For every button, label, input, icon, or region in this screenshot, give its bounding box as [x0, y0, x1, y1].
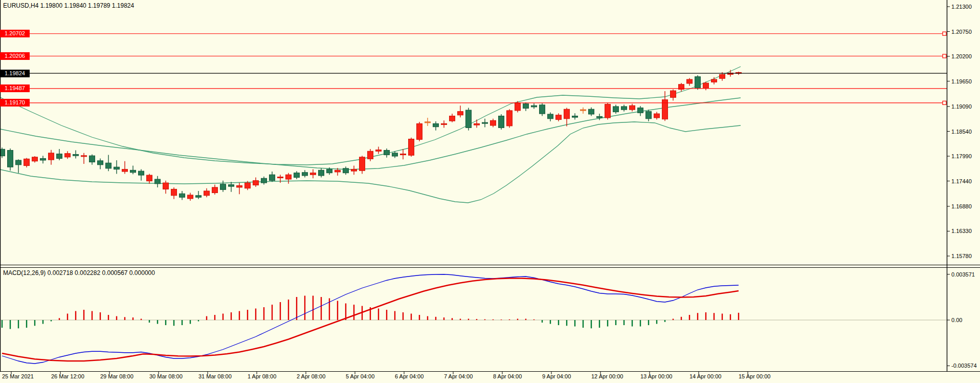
candle-body-bull — [57, 154, 62, 159]
candle-body-bull — [16, 160, 21, 165]
candle-body-bull — [73, 154, 79, 156]
candle-body-bear — [278, 177, 283, 178]
candle-body-bear — [711, 79, 717, 82]
candle-body-bull — [8, 151, 13, 167]
candle-body-bear — [245, 183, 251, 188]
sr-price-badge[interactable]: 1.20206 — [0, 52, 30, 60]
candle-body-bear — [212, 187, 218, 193]
candle-body-bull — [180, 194, 185, 197]
time-tick-label: 2 Apr 08:00 — [297, 373, 325, 379]
time-tick-label: 25 Mar 2021 — [2, 373, 34, 379]
line-handle-icon[interactable] — [943, 54, 946, 58]
candle-body-bull — [523, 104, 529, 109]
candle-body-bear — [720, 74, 725, 78]
candle-body-bull — [638, 108, 643, 113]
candle-body-bull — [613, 107, 619, 112]
candle-body-bear — [147, 175, 152, 181]
candle-body-bull — [106, 163, 112, 168]
candle-body-bull — [139, 171, 144, 175]
candle-body-bull — [646, 112, 652, 119]
candle-body-bear — [654, 114, 660, 118]
macd-tick-label: -0.003574 — [951, 363, 977, 369]
candle-body-bear — [237, 185, 242, 187]
candle-body-bull — [90, 156, 95, 162]
time-tick-label: 15 Apr 00:00 — [739, 373, 770, 379]
symbol-ohlc-header: EURUSD,H4 1.19800 1.19840 1.19789 1.1982… — [3, 2, 134, 9]
candle-body-bear — [163, 183, 169, 189]
candle-body-bear — [310, 173, 316, 175]
sr-price-badge[interactable]: 1.19487 — [0, 84, 30, 92]
candle-body-bull — [499, 116, 504, 128]
line-handle-icon[interactable] — [943, 101, 946, 104]
candle-body-bear — [441, 123, 447, 124]
candle-body-bear — [204, 191, 210, 196]
candle-body-bear — [81, 156, 87, 157]
candle-body-bull — [540, 105, 545, 114]
macd-tick-label: 0.003571 — [951, 271, 975, 278]
candle-body-bull — [114, 167, 120, 169]
candle-body-bull — [695, 77, 701, 88]
candle-body-bear — [581, 110, 586, 111]
candle-body-bull — [294, 173, 300, 178]
candle-body-bull — [548, 114, 553, 119]
candle-body-bear — [400, 154, 406, 155]
candle-body-bear — [450, 116, 455, 121]
candlestick-chart-svg[interactable] — [0, 0, 980, 383]
candle-body-bull — [531, 105, 537, 107]
candle-body-bear — [376, 150, 382, 152]
price-tick-label: 1.21300 — [951, 4, 972, 10]
candle-body-bear — [507, 111, 513, 126]
candle-body-bull — [98, 161, 103, 165]
candle-body-bear — [491, 120, 496, 125]
candle-body-bear — [171, 189, 177, 195]
time-tick-label: 26 Mar 12:00 — [51, 373, 84, 379]
candle-body-bull — [0, 149, 5, 156]
trading-chart-window: EURUSD,H4 1.19800 1.19840 1.19789 1.1982… — [0, 0, 980, 383]
candle-body-bear — [671, 91, 676, 97]
candle-body-bull — [40, 158, 46, 160]
price-tick-label: 1.20200 — [951, 53, 972, 60]
time-tick-label: 30 Mar 08:00 — [149, 373, 183, 379]
candle-body-bull — [392, 153, 398, 156]
time-tick-label: 1 Apr 08:00 — [248, 373, 276, 379]
candle-body-bear — [417, 124, 422, 140]
candle-body-bear — [253, 181, 259, 185]
candle-body-bull — [319, 170, 324, 176]
candle-body-bear — [605, 104, 611, 118]
candle-body-bear — [409, 139, 414, 155]
sr-price-badge[interactable]: 1.20702 — [0, 30, 30, 37]
candle-body-bear — [703, 83, 709, 88]
time-tick-label: 6 Apr 04:00 — [395, 373, 424, 379]
candle-body-bear — [474, 124, 480, 125]
candle-body-bear — [425, 122, 431, 123]
candle-body-bull — [220, 184, 226, 190]
candle-body-bear — [24, 159, 30, 165]
time-tick-label: 31 Mar 08:00 — [198, 373, 232, 379]
current-price-badge[interactable]: 1.19824 — [0, 70, 30, 77]
candle-body-bull — [229, 185, 234, 187]
candle-body-bull — [466, 110, 472, 127]
candle-body-bull — [155, 179, 161, 184]
candle-body-bull — [482, 122, 488, 123]
chart-background — [0, 0, 980, 383]
sr-price-badge[interactable]: 1.19170 — [0, 99, 30, 107]
candle-body-bear — [335, 170, 341, 172]
candle-body-bull — [343, 168, 349, 173]
price-tick-label: 1.20750 — [951, 29, 972, 35]
time-tick-label: 9 Apr 04:00 — [542, 373, 571, 379]
candle-body-bear — [351, 169, 357, 172]
candle-body-bear — [458, 112, 463, 115]
candle-body-bull — [597, 116, 603, 118]
price-tick-label: 1.19090 — [951, 103, 972, 110]
candle-body-bear — [49, 153, 54, 160]
candle-body-bull — [433, 124, 439, 127]
candle-body-bull — [196, 196, 202, 198]
macd-tick-label: 0.00 — [951, 317, 962, 324]
line-handle-icon[interactable] — [943, 32, 946, 35]
candle-body-bull — [261, 178, 267, 183]
candle-body-bull — [270, 175, 275, 180]
candle-body-bear — [286, 175, 292, 179]
time-tick-label: 8 Apr 04:00 — [493, 373, 522, 379]
macd-indicator-label: MACD(12,26,9) 0.002718 0.002282 0.000567… — [3, 269, 155, 276]
candle-body-bull — [621, 107, 627, 110]
